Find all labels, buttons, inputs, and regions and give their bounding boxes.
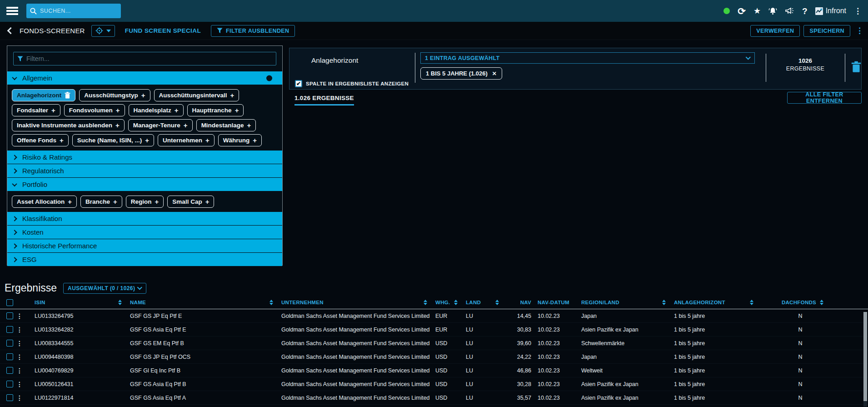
chevron-right-icon: [12, 243, 17, 248]
chevron-down-icon: [106, 30, 111, 32]
discard-button[interactable]: VERWERFEN: [750, 25, 800, 37]
checkbox-checked-icon[interactable]: ✔: [295, 80, 302, 87]
hide-filters-button[interactable]: FILTER AUSBLENDEN: [211, 25, 295, 37]
table-row[interactable]: ⋮ LU0122971814GSF GS Asia Eq Ptf A Goldm…: [0, 391, 868, 405]
close-icon[interactable]: ✕: [492, 70, 497, 77]
panel-filter-search[interactable]: [13, 52, 276, 65]
column-header-isin[interactable]: ISIN: [30, 300, 125, 305]
chevron-right-icon: [12, 257, 17, 262]
sort-icon[interactable]: [424, 300, 431, 305]
sort-icon[interactable]: [662, 300, 669, 305]
table-row[interactable]: ⋮ LU0133264795GSF GS JP Eq Ptf E Goldman…: [0, 309, 868, 323]
sort-icon[interactable]: [820, 300, 823, 305]
section-risiko-ratings[interactable]: Risiko & Ratings: [7, 151, 282, 164]
section-kosten[interactable]: Kosten: [7, 226, 282, 239]
filter-chip-branche[interactable]: Branche+: [80, 196, 122, 208]
show-column-checkbox[interactable]: ✔ SPALTE IN ERGEBNISLISTE ANZEIGEN: [295, 80, 409, 87]
infront-chart-icon: [815, 7, 823, 15]
add-icon: +: [155, 198, 159, 206]
star-icon[interactable]: ★: [753, 7, 761, 15]
filter-chip-inaktive-instrumente[interactable]: Inaktive Instrumente ausblenden+: [12, 119, 125, 131]
filter-chip-anlagehorizont[interactable]: Anlagehorizont: [12, 89, 75, 101]
save-button[interactable]: SPEICHERN: [803, 25, 850, 37]
section-klassifikation[interactable]: Klassifikation: [7, 212, 282, 226]
hamburger-menu-icon[interactable]: [6, 7, 18, 15]
table-row[interactable]: ⋮ LU0040769829GSF Gl Eq Inc Ptf B Goldma…: [0, 364, 868, 377]
row-menu-icon[interactable]: ⋮: [12, 353, 30, 361]
column-header-region-land[interactable]: REGION/LAND: [577, 300, 669, 305]
refresh-icon[interactable]: ⟳: [738, 6, 746, 16]
row-menu-icon[interactable]: ⋮: [12, 381, 30, 388]
add-icon: +: [175, 106, 179, 114]
section-historische-performance[interactable]: Historische Performance: [7, 239, 282, 253]
column-header-unternehmen[interactable]: UNTERNEHMEN: [277, 300, 431, 305]
sort-icon[interactable]: [495, 300, 503, 305]
help-icon[interactable]: ?: [802, 7, 808, 15]
global-search[interactable]: [26, 4, 121, 18]
filter-chip-unternehmen[interactable]: Unternehmen+: [158, 134, 215, 146]
filter-chip-mindestanlage[interactable]: Mindestanlage+: [196, 119, 256, 131]
filter-chip-ausschuettungsintervall[interactable]: Ausschüttungsintervall+: [154, 89, 239, 101]
section-allgemein[interactable]: Allgemein: [7, 71, 282, 85]
remove-filter-trash-icon[interactable]: [851, 61, 861, 73]
table-row[interactable]: ⋮ LU0094480398GSF GS JP Eq Ptf OCS Goldm…: [0, 350, 868, 364]
section-portfolio[interactable]: Portfolio: [7, 178, 282, 191]
vertical-scrollbar[interactable]: [863, 312, 867, 407]
table-header-row: ISIN NAME UNTERNEHMEN WHG. LAND NAV NAV-…: [0, 297, 868, 308]
filter-chip-asset-allocation[interactable]: Asset Allocation+: [12, 196, 77, 208]
panel-filter-input[interactable]: [26, 55, 272, 62]
top-bar: ⟳ ★ ? Infront ⋮: [0, 0, 868, 22]
column-header-nav[interactable]: NAV: [503, 300, 533, 305]
column-header-anlagehorizont[interactable]: ANLAGEHORIZONT: [669, 300, 757, 305]
search-input[interactable]: [40, 8, 113, 14]
add-icon: +: [230, 91, 234, 99]
anlagehorizont-select[interactable]: 1 EINTRAG AUSGEWÄHLT: [420, 52, 755, 64]
bell-icon[interactable]: [768, 7, 777, 15]
filter-chip-waehrung[interactable]: Währung+: [218, 134, 262, 146]
filter-chip-small-cap[interactable]: Small Cap+: [167, 196, 214, 208]
section-esg[interactable]: ESG: [7, 253, 282, 266]
filter-chip-manager-tenure[interactable]: Manager-Tenure+: [128, 119, 193, 131]
select-all-checkbox[interactable]: [6, 299, 13, 306]
sort-icon[interactable]: [750, 300, 757, 305]
column-header-dachfonds[interactable]: DACHFONDS: [757, 300, 843, 305]
column-header-land[interactable]: LAND: [461, 300, 503, 305]
row-menu-icon[interactable]: ⋮: [12, 326, 30, 333]
chevron-right-icon: [12, 216, 17, 221]
section-regulatorisch[interactable]: Regulatorisch: [7, 164, 282, 178]
back-icon[interactable]: [7, 27, 15, 35]
megaphone-icon[interactable]: [785, 7, 794, 15]
filter-chip-haupttranche[interactable]: Haupttranche+: [187, 104, 244, 116]
overflow-menu-icon[interactable]: ⋮: [854, 6, 862, 16]
sort-icon[interactable]: [454, 300, 461, 305]
filter-chip-fondsalter[interactable]: Fondsalter+: [12, 104, 60, 116]
trash-icon[interactable]: [65, 92, 70, 99]
row-menu-icon[interactable]: ⋮: [12, 312, 30, 320]
column-header-nav-datum[interactable]: NAV-DATUM: [533, 300, 577, 305]
row-menu-icon[interactable]: ⋮: [12, 394, 30, 402]
selected-value-chip[interactable]: 1 BIS 5 JAHRE (1.026) ✕: [420, 67, 502, 80]
selected-dropdown-button[interactable]: AUSGEWÄHLT (0 / 1026): [63, 283, 146, 294]
column-header-name[interactable]: NAME: [125, 300, 277, 305]
link-target-button[interactable]: [91, 25, 115, 37]
scrollbar-thumb[interactable]: [863, 312, 867, 401]
column-header-whg[interactable]: WHG.: [431, 300, 461, 305]
sort-icon[interactable]: [269, 300, 277, 305]
filter-chip-offene-fonds[interactable]: Offene Fonds+: [12, 134, 69, 146]
clear-all-filters-button[interactable]: ALLE FILTER ENTFERNEN: [787, 92, 862, 104]
filter-chip-ausschuettungstyp[interactable]: Ausschüttungstyp+: [79, 89, 150, 101]
table-row[interactable]: ⋮ LU0050126431GSF GS Asia Eq Ptf B Goldm…: [0, 377, 868, 391]
row-menu-icon[interactable]: ⋮: [12, 367, 30, 374]
toolbar-overflow-icon[interactable]: ⋮: [856, 26, 863, 35]
table-row[interactable]: ⋮ LU0083344555GSF GS EM Eq Ptf B Goldman…: [0, 337, 868, 350]
divider: [415, 53, 415, 83]
row-menu-icon[interactable]: ⋮: [12, 340, 30, 347]
results-count-tab[interactable]: 1.026 ERGEBNISSE: [294, 95, 354, 106]
filter-chip-fondsvolumen[interactable]: Fondsvolumen+: [64, 104, 125, 116]
filter-chip-suche[interactable]: Suche (Name, ISIN, ...)+: [72, 134, 154, 146]
table-row[interactable]: ⋮ LU0133264282GSF GS Asia Eq Ptf E Goldm…: [0, 323, 868, 337]
filter-chip-region[interactable]: Region+: [126, 196, 164, 208]
add-icon: +: [115, 121, 120, 129]
sort-icon[interactable]: [118, 300, 125, 305]
filter-chip-handelsplatz[interactable]: Handelsplatz+: [129, 104, 184, 116]
